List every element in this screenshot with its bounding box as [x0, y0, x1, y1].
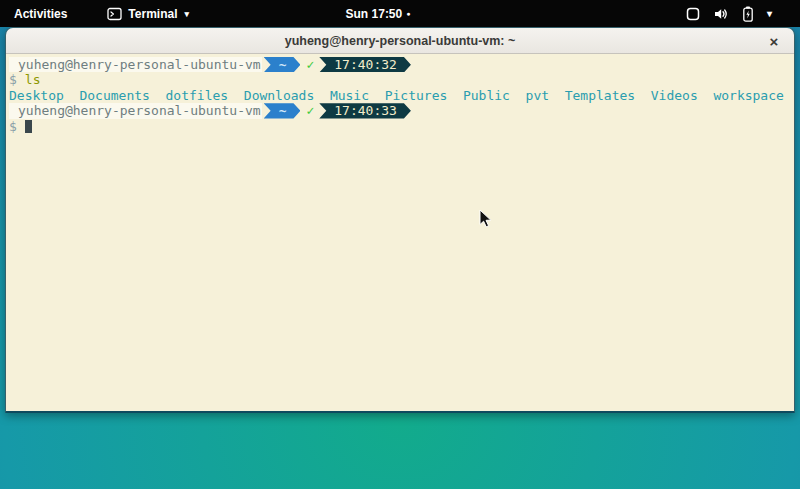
input-line[interactable]: $ [9, 119, 789, 134]
prompt-cwd-segment: ~ [264, 57, 301, 72]
battery-charging-icon [742, 6, 754, 22]
close-button[interactable]: × [764, 28, 784, 54]
notification-dot-icon: ● [406, 10, 410, 17]
prompt-user-host: yuheng@henry-personal-ubuntu-vm [9, 57, 262, 72]
chevron-down-icon: ▾ [767, 8, 772, 19]
app-menu-label: Terminal [128, 7, 177, 21]
window-titlebar[interactable]: yuheng@henry-personal-ubuntu-vm: ~ × [6, 28, 794, 54]
prompt-line: yuheng@henry-personal-ubuntu-vm~✓17:40:3… [9, 103, 789, 118]
text-cursor-block [25, 120, 33, 133]
app-menu-terminal[interactable]: Terminal ▾ [107, 7, 189, 21]
chevron-down-icon: ▾ [184, 9, 189, 19]
clock-label: Sun 17:50 [346, 7, 403, 21]
screen-icon [686, 7, 700, 21]
command-text: ls [25, 72, 41, 87]
window-title: yuheng@henry-personal-ubuntu-vm: ~ [285, 34, 516, 48]
activities-button[interactable]: Activities [10, 5, 71, 23]
prompt-time-segment: 17:40:32 [319, 57, 411, 72]
prompt-line: yuheng@henry-personal-ubuntu-vm~✓17:40:3… [9, 57, 789, 72]
mouse-cursor [479, 209, 492, 232]
prompt-cwd-segment: ~ [264, 103, 301, 118]
ls-output-line: Desktop Documents dotfiles Downloads Mus… [9, 88, 789, 103]
system-status-menu[interactable]: ▾ [686, 6, 772, 22]
check-icon: ✓ [306, 57, 314, 72]
prompt-symbol: $ [9, 119, 17, 134]
terminal-icon [107, 7, 122, 21]
volume-icon [713, 7, 729, 21]
check-icon: ✓ [306, 103, 314, 118]
terminal-screen[interactable]: yuheng@henry-personal-ubuntu-vm~✓17:40:3… [6, 54, 794, 412]
prompt-symbol: $ [9, 72, 17, 87]
directory-list: Desktop Documents dotfiles Downloads Mus… [9, 88, 784, 103]
prompt-time-segment: 17:40:33 [319, 103, 411, 118]
top-bar: Activities Terminal ▾ Sun 17:50 ● [0, 0, 800, 27]
terminal-window: yuheng@henry-personal-ubuntu-vm: ~ × yuh… [5, 27, 795, 413]
clock-menu[interactable]: Sun 17:50 ● [346, 7, 411, 21]
command-line: $ls [9, 72, 789, 87]
prompt-user-host: yuheng@henry-personal-ubuntu-vm [9, 103, 262, 118]
